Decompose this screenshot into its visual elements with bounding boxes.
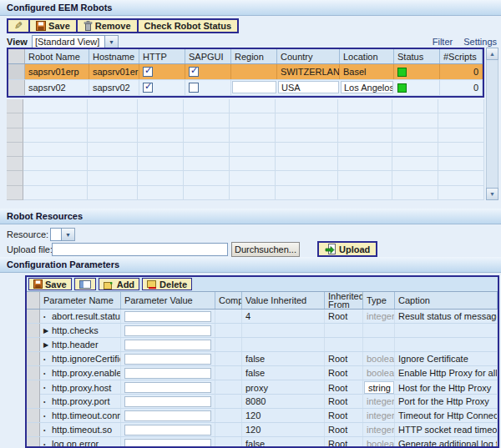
parameter-name-text: http.ignoreCertificate [52,354,121,364]
resource-dropdown-arrow-icon[interactable]: ▼ [62,228,75,241]
header-selector-cell [27,292,40,309]
cell-region[interactable] [232,81,276,93]
row-selector[interactable] [27,380,40,395]
parameter-value-input[interactable] [124,382,211,393]
parameter-value-input[interactable] [124,354,211,365]
row-selector[interactable] [27,409,40,422]
filter-link[interactable]: Filter [433,37,453,47]
parameter-value-input[interactable] [124,410,211,421]
col-type[interactable]: Type [363,292,395,309]
row-selector[interactable] [8,64,25,79]
robot-row-sapsrv01erp[interactable]: sapsrv01erp sapsrv01erp SWITZERLAND Base… [8,64,483,80]
row-selector[interactable] [27,324,40,337]
parameter-value-input[interactable] [124,425,211,435]
parameter-name-text: http.timeout.connect [52,410,121,420]
col-robot-name[interactable]: Robot Name [25,49,89,63]
cell-location[interactable]: Los Angelos [341,81,393,93]
parameter-row[interactable]: • http.proxy.host proxy Root string Host… [27,380,498,395]
cell-location[interactable]: Basel [340,64,394,79]
expand-icon[interactable]: • [43,356,52,362]
view-dropdown-arrow-icon[interactable]: ▼ [105,35,119,48]
row-selector[interactable] [27,338,40,351]
expand-icon[interactable]: • [43,413,52,419]
parameter-row[interactable]: • http.ignoreCertificate false Root bool… [27,352,498,366]
row-selector[interactable] [27,366,40,380]
sapgui-checkbox[interactable] [189,67,199,77]
edit-button[interactable]: ✎ [8,20,28,32]
row-selector[interactable] [27,395,40,408]
scroll-down-icon[interactable]: ▼ [486,188,498,200]
parameter-value-input[interactable] [124,368,211,379]
remove-button[interactable]: Remove [76,20,137,32]
col-hostname[interactable]: Hostname [89,49,139,63]
expand-icon[interactable]: • [43,441,52,447]
cell-caption: Result status of messages th [395,310,498,323]
resource-dropdown[interactable] [50,228,62,241]
col-caption[interactable]: Caption [395,292,498,309]
expand-icon[interactable]: ▶ [43,341,52,349]
robots-table-scrollbar[interactable]: ▲ ▼ [486,48,498,200]
parameter-value-input[interactable] [124,439,211,448]
parameter-row[interactable]: • abort.result.status 4 Root integer Res… [27,310,498,324]
col-value-inherited[interactable]: Value Inherited [242,292,325,309]
col-parameter-value[interactable]: Parameter Value [121,292,215,309]
parameter-value-input[interactable] [124,311,211,322]
params-delete-button[interactable]: Delete [142,278,192,290]
save-button[interactable]: Save [28,20,76,32]
parameter-row[interactable]: • http.proxy.enable false Root boolean E… [27,366,498,380]
browse-button[interactable]: Durchsuchen... [231,242,300,257]
view-dropdown[interactable]: [Standard View] [32,35,105,48]
col-sapgui[interactable]: SAPGUI [185,49,231,63]
parameter-row[interactable]: • http.proxy.port 8080 Root integer Port… [27,395,498,409]
robot-row-sapsrv02[interactable]: sapsrv02 sapsrv02 USA Los Angelos 0 [8,80,483,96]
row-selector[interactable] [8,80,25,95]
upload-file-input[interactable] [52,243,228,256]
col-status[interactable]: Status [394,49,440,63]
cell-country[interactable]: USA [278,81,339,93]
col-parameter-name[interactable]: Parameter Name [40,292,121,309]
row-selector[interactable] [27,310,40,323]
parameter-row[interactable]: • log.on.error false Root boolean Genera… [27,437,498,448]
expand-icon[interactable]: • [43,427,52,433]
upload-button[interactable]: Upload [317,241,377,257]
http-checkbox[interactable] [143,67,153,77]
params-add-button[interactable]: Add [99,278,139,290]
col-scripts[interactable]: #Scripts [440,49,483,63]
parameter-row[interactable]: ▶ http.header [27,338,498,352]
section-header-robot-resources: Robot Resources [0,209,501,224]
col-country[interactable]: Country [277,49,340,63]
section-title: Configuration Parameters [7,259,119,269]
parameter-value-input[interactable] [124,340,211,350]
table-layout-icon [79,280,91,289]
params-save-button[interactable]: Save [28,278,72,290]
expand-icon[interactable]: ▶ [43,327,52,335]
column-settings-button[interactable] [74,278,96,290]
settings-link[interactable]: Settings [463,37,497,47]
col-http[interactable]: HTTP [139,49,185,63]
expand-icon[interactable]: • [43,399,52,405]
cell-region[interactable] [231,64,277,79]
parameter-row[interactable]: ▶ http.checks [27,324,498,338]
col-location[interactable]: Location [340,49,394,63]
parameter-name-text: http.proxy.host [52,383,111,393]
cell-value-inherited: false [242,366,325,380]
sapgui-checkbox[interactable] [189,83,199,93]
parameter-row[interactable]: • http.timeout.so 120 Root integer HTTP … [27,423,498,437]
cell-country[interactable]: SWITZERLAND [277,64,340,79]
col-comp[interactable]: Comp [215,292,242,309]
row-selector[interactable] [27,423,40,436]
parameter-value-input[interactable] [124,325,211,336]
expand-icon[interactable]: • [43,314,52,320]
col-region[interactable]: Region [231,49,277,63]
row-selector[interactable] [27,352,40,365]
scroll-up-icon[interactable]: ▲ [486,48,498,60]
col-inherited-from[interactable]: Inherited From [325,292,363,309]
parameter-value-input[interactable] [124,396,211,407]
parameter-row[interactable]: • http.timeout.connect 120 Root integer … [27,409,498,423]
row-selector[interactable] [27,437,40,448]
scrollbar-track[interactable] [486,60,498,188]
expand-icon[interactable]: • [43,370,52,376]
expand-icon[interactable]: • [43,385,52,390]
check-robot-status-button[interactable]: Check Robot Status [137,20,238,32]
http-checkbox[interactable] [143,83,153,93]
